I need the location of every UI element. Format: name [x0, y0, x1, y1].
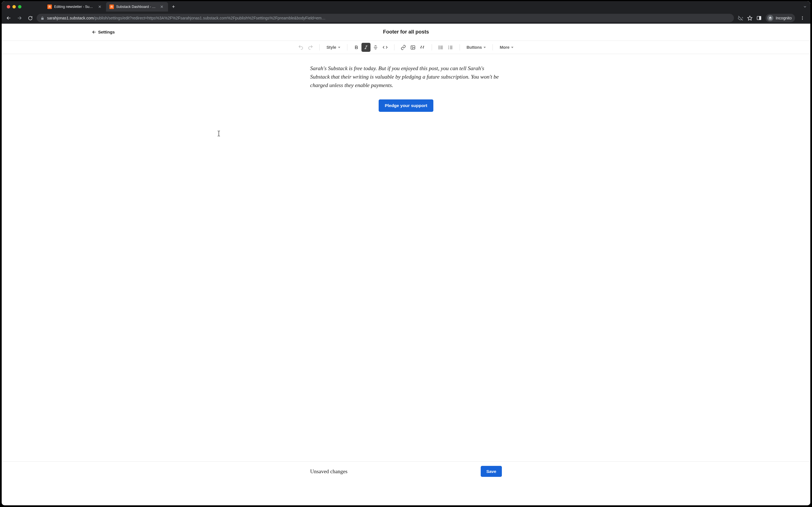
svg-marker-7 — [748, 16, 752, 20]
buttons-dropdown[interactable]: Buttons — [464, 43, 488, 52]
svg-text:3: 3 — [448, 48, 449, 49]
more-dropdown[interactable]: More — [497, 43, 516, 52]
save-bar: Unsaved changes Save — [2, 461, 810, 481]
page-content: Settings Footer for all posts Style — [2, 24, 810, 112]
numbered-list-button[interactable]: 123 — [446, 43, 455, 52]
nav-back-button[interactable] — [4, 14, 13, 22]
style-dropdown[interactable]: Style — [324, 43, 343, 52]
svg-point-12 — [770, 18, 772, 19]
undo-button[interactable] — [296, 43, 305, 52]
italic-button[interactable] — [361, 43, 370, 52]
image-button[interactable] — [409, 43, 417, 52]
chevron-down-icon — [338, 47, 340, 48]
editor-toolbar: Style — [2, 41, 810, 54]
page-header: Settings Footer for all posts — [2, 24, 810, 41]
new-tab-button[interactable]: + — [168, 4, 179, 10]
url-text: sarahjonas1.substack.com/publish/setting… — [47, 16, 730, 20]
window-controls — [7, 5, 21, 8]
tab-title: Editing newsletter - Substack — [54, 5, 95, 9]
save-button[interactable]: Save — [481, 466, 502, 477]
tab-editing-newsletter[interactable]: Editing newsletter - Substack ✕ — [44, 2, 106, 11]
incognito-badge[interactable]: Incognito — [765, 14, 795, 22]
svg-point-23 — [412, 47, 412, 47]
svg-rect-2 — [110, 6, 113, 6]
page-title: Footer for all posts — [383, 29, 429, 35]
svg-point-11 — [769, 18, 770, 19]
substack-favicon — [109, 4, 114, 9]
svg-point-14 — [802, 16, 803, 17]
substack-favicon — [47, 4, 52, 9]
panel-icon[interactable] — [756, 15, 762, 20]
tab-title: Substack Dashboard - Sarah's — [116, 5, 157, 9]
svg-rect-3 — [110, 6, 113, 7]
editor-body[interactable]: Sarah's Substack is free today. But if y… — [305, 64, 507, 112]
incognito-label: Incognito — [776, 16, 792, 20]
tabs: Editing newsletter - Substack ✕ Substack… — [44, 1, 179, 12]
svg-point-29 — [439, 48, 440, 49]
arrow-left-icon — [92, 30, 96, 34]
eye-off-icon[interactable] — [738, 15, 743, 21]
back-to-settings-link[interactable]: Settings — [92, 30, 115, 34]
link-button[interactable] — [399, 43, 408, 52]
tabs-dropdown-icon[interactable] — [803, 5, 807, 9]
back-link-label: Settings — [98, 30, 115, 34]
bullet-list-button[interactable] — [437, 43, 446, 52]
url-field[interactable]: sarahjonas1.substack.com/publish/setting… — [37, 14, 734, 22]
reload-button[interactable] — [26, 14, 35, 22]
bold-button[interactable] — [352, 43, 361, 52]
svg-rect-22 — [411, 46, 415, 49]
tab-substack-dashboard[interactable]: Substack Dashboard - Sarah's ✕ — [106, 2, 168, 11]
minimize-window-button[interactable] — [12, 5, 16, 8]
browser-chrome: Editing newsletter - Substack ✕ Substack… — [2, 1, 810, 24]
chevron-down-icon — [511, 47, 513, 48]
kebab-menu-icon[interactable] — [799, 16, 806, 20]
pledge-support-button[interactable]: Pledge your support — [378, 100, 434, 112]
unsaved-status: Unsaved changes — [310, 468, 347, 474]
svg-line-20 — [365, 46, 366, 49]
maximize-window-button[interactable] — [18, 5, 21, 8]
redo-button[interactable] — [306, 43, 315, 52]
close-tab-icon[interactable]: ✕ — [97, 4, 103, 9]
close-tab-icon[interactable]: ✕ — [159, 4, 165, 9]
lock-icon — [41, 16, 44, 20]
svg-point-27 — [439, 46, 440, 46]
svg-rect-0 — [49, 6, 51, 6]
blockquote-button[interactable] — [418, 43, 427, 52]
chevron-down-icon — [484, 47, 486, 48]
nav-forward-button[interactable] — [15, 14, 24, 22]
svg-point-15 — [802, 18, 803, 18]
bookmark-star-icon[interactable] — [747, 15, 753, 21]
code-button[interactable] — [380, 43, 390, 52]
address-bar: sarahjonas1.substack.com/publish/setting… — [2, 12, 810, 24]
strikethrough-button[interactable] — [371, 43, 380, 52]
address-bar-actions: Incognito — [736, 14, 808, 22]
close-window-button[interactable] — [7, 5, 10, 8]
footer-paragraph[interactable]: Sarah's Substack is free today. But if y… — [310, 64, 502, 90]
svg-rect-10 — [760, 16, 761, 20]
svg-rect-1 — [49, 6, 51, 7]
incognito-icon — [767, 15, 773, 21]
svg-point-16 — [802, 19, 803, 20]
tab-bar: Editing newsletter - Substack ✕ Substack… — [2, 1, 810, 12]
svg-point-28 — [439, 47, 440, 48]
text-cursor-icon — [217, 131, 220, 136]
